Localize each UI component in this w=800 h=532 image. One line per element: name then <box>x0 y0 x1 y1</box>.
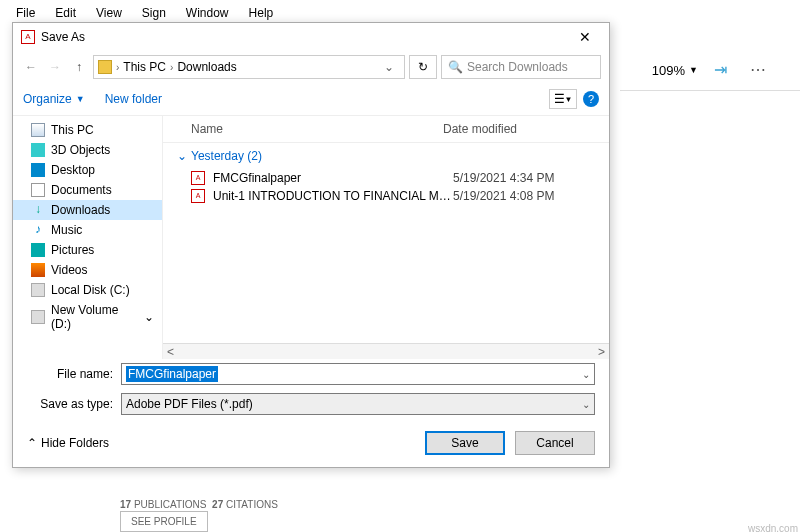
breadcrumb-dropdown[interactable]: ⌄ <box>378 60 400 74</box>
filename-row: File name: FMCGfinalpaper ⌄ <box>13 359 609 389</box>
see-profile-button[interactable]: SEE PROFILE <box>120 511 208 532</box>
tree-documents[interactable]: Documents <box>13 180 162 200</box>
ico-disk-icon <box>31 283 45 297</box>
column-name[interactable]: Name <box>173 122 443 136</box>
chevron-down-icon[interactable]: ⌄ <box>582 399 590 410</box>
menu-sign[interactable]: Sign <box>134 4 174 22</box>
filename-input[interactable]: FMCGfinalpaper ⌄ <box>121 363 595 385</box>
tree-pictures[interactable]: Pictures <box>13 240 162 260</box>
nav-row: ← → ↑ › This PC › Downloads ⌄ ↻ 🔍 Search… <box>13 51 609 83</box>
ico-music-icon: ♪ <box>31 223 45 237</box>
chevron-down-icon[interactable]: ⌄ <box>144 310 154 324</box>
ico-down-icon: ↓ <box>31 203 45 217</box>
organize-button[interactable]: Organize ▼ <box>23 92 85 106</box>
file-row[interactable]: AUnit-1 INTRODUCTION TO FINANCIAL MANAG.… <box>163 187 609 205</box>
main-toolbar-partial: 109%▼ ⇥ ⋯ <box>620 50 800 91</box>
tree-3d-objects[interactable]: 3D Objects <box>13 140 162 160</box>
menu-window[interactable]: Window <box>178 4 237 22</box>
file-list-pane: Name Date modified ⌄Yesterday (2) AFMCGf… <box>163 116 609 359</box>
dialog-toolbar: Organize ▼ New folder ☰ ▼ ? <box>13 83 609 116</box>
folder-icon <box>98 60 112 74</box>
tree-this-pc[interactable]: This PC <box>13 120 162 140</box>
tree-videos[interactable]: Videos <box>13 260 162 280</box>
new-folder-button[interactable]: New folder <box>105 92 162 106</box>
breadcrumb[interactable]: › This PC › Downloads ⌄ <box>93 55 405 79</box>
search-icon: 🔍 <box>448 60 463 74</box>
tree-downloads[interactable]: ↓Downloads <box>13 200 162 220</box>
filetype-label: Save as type: <box>27 397 113 411</box>
search-input[interactable]: 🔍 Search Downloads <box>441 55 601 79</box>
dialog-title: Save As <box>41 30 569 44</box>
forward-button: → <box>45 57 65 77</box>
folder-tree[interactable]: This PC3D ObjectsDesktopDocuments↓Downlo… <box>13 116 163 359</box>
view-options-button[interactable]: ☰ ▼ <box>549 89 577 109</box>
tree-music[interactable]: ♪Music <box>13 220 162 240</box>
tree-local-disk-c-[interactable]: Local Disk (C:) <box>13 280 162 300</box>
tree-new-volume-d-[interactable]: New Volume (D:)⌄ <box>13 300 162 334</box>
ico-pics-icon <box>31 243 45 257</box>
chevron-down-icon[interactable]: ⌄ <box>582 369 590 380</box>
refresh-button[interactable]: ↻ <box>409 55 437 79</box>
up-button[interactable]: ↑ <box>69 57 89 77</box>
ico-disk-icon <box>31 310 45 324</box>
fit-width-icon[interactable]: ⇥ <box>714 60 734 80</box>
group-header[interactable]: ⌄Yesterday (2) <box>163 143 609 169</box>
dialog-body: This PC3D ObjectsDesktopDocuments↓Downlo… <box>13 116 609 359</box>
ico-docs-icon <box>31 183 45 197</box>
menu-view[interactable]: View <box>88 4 130 22</box>
horizontal-scrollbar[interactable]: <> <box>163 343 609 359</box>
dialog-titlebar: A Save As ✕ <box>13 23 609 51</box>
filename-label: File name: <box>27 367 113 381</box>
ico-pc-icon <box>31 123 45 137</box>
menu-help[interactable]: Help <box>241 4 282 22</box>
cancel-button[interactable]: Cancel <box>515 431 595 455</box>
hide-folders-button[interactable]: ⌃Hide Folders <box>27 436 109 450</box>
ico-desk-icon <box>31 163 45 177</box>
watermark: wsxdn.com <box>748 523 798 532</box>
menu-edit[interactable]: Edit <box>47 4 84 22</box>
filetype-select[interactable]: Adobe PDF Files (*.pdf) ⌄ <box>121 393 595 415</box>
dialog-footer: ⌃Hide Folders Save Cancel <box>13 419 609 467</box>
file-row[interactable]: AFMCGfinalpaper5/19/2021 4:34 PM <box>163 169 609 187</box>
pdf-icon: A <box>191 171 205 185</box>
filetype-row: Save as type: Adobe PDF Files (*.pdf) ⌄ <box>13 389 609 419</box>
tree-desktop[interactable]: Desktop <box>13 160 162 180</box>
ico-3d-icon <box>31 143 45 157</box>
ico-vids-icon <box>31 263 45 277</box>
save-as-dialog: A Save As ✕ ← → ↑ › This PC › Downloads … <box>12 22 610 468</box>
stats-line: 17 PUBLICATIONS 27 CITATIONS <box>120 499 278 510</box>
column-date[interactable]: Date modified <box>443 122 583 136</box>
pdf-icon: A <box>191 189 205 203</box>
zoom-level[interactable]: 109%▼ <box>652 63 698 78</box>
pdf-icon: A <box>21 30 35 44</box>
help-button[interactable]: ? <box>583 91 599 107</box>
back-button[interactable]: ← <box>21 57 41 77</box>
overflow-icon[interactable]: ⋯ <box>750 60 770 80</box>
save-button[interactable]: Save <box>425 431 505 455</box>
close-button[interactable]: ✕ <box>569 29 601 45</box>
menu-file[interactable]: File <box>8 4 43 22</box>
